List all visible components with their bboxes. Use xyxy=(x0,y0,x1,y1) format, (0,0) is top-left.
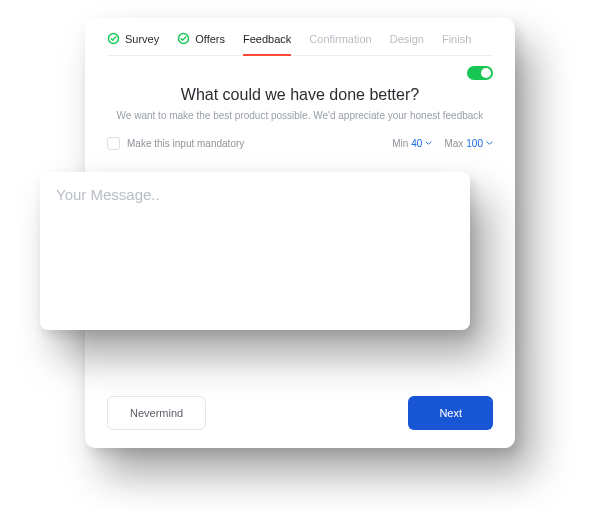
max-label: Max xyxy=(444,138,463,149)
tab-label: Confirmation xyxy=(309,33,371,45)
tab-label: Finish xyxy=(442,33,471,45)
toggle-row xyxy=(107,56,493,84)
cancel-button[interactable]: Nevermind xyxy=(107,396,206,430)
page-title: What could we have done better? xyxy=(107,86,493,104)
tab-design[interactable]: Design xyxy=(390,33,424,45)
tab-label: Design xyxy=(390,33,424,45)
max-selector[interactable]: Max 100 xyxy=(444,138,493,149)
footer-actions: Nevermind Next xyxy=(107,380,493,430)
tab-label: Feedback xyxy=(243,33,291,45)
tab-label: Offers xyxy=(195,33,225,45)
input-controls: Make this input mandatory Min 40 Max 100 xyxy=(107,137,493,150)
tab-offers[interactable]: Offers xyxy=(177,32,225,45)
tab-confirmation[interactable]: Confirmation xyxy=(309,33,371,45)
tab-finish[interactable]: Finish xyxy=(442,33,471,45)
enable-toggle[interactable] xyxy=(467,66,493,80)
message-input[interactable]: Your Message.. xyxy=(40,172,470,330)
mandatory-checkbox[interactable]: Make this input mandatory xyxy=(107,137,244,150)
tab-label: Survey xyxy=(125,33,159,45)
min-value: 40 xyxy=(411,138,422,149)
check-circle-icon xyxy=(107,32,120,45)
chevron-down-icon xyxy=(486,141,493,146)
chevron-down-icon xyxy=(425,141,432,146)
check-circle-icon xyxy=(177,32,190,45)
min-selector[interactable]: Min 40 xyxy=(392,138,432,149)
message-placeholder: Your Message.. xyxy=(56,186,454,203)
tab-feedback[interactable]: Feedback xyxy=(243,33,291,45)
step-tabs: Survey Offers Feedback Confirmation Desi… xyxy=(107,32,493,56)
tab-survey[interactable]: Survey xyxy=(107,32,159,45)
page-subtitle: We want to make the best product possibl… xyxy=(107,110,493,121)
length-limits: Min 40 Max 100 xyxy=(392,138,493,149)
min-label: Min xyxy=(392,138,408,149)
mandatory-label: Make this input mandatory xyxy=(127,138,244,149)
max-value: 100 xyxy=(466,138,483,149)
next-button[interactable]: Next xyxy=(408,396,493,430)
checkbox-icon xyxy=(107,137,120,150)
